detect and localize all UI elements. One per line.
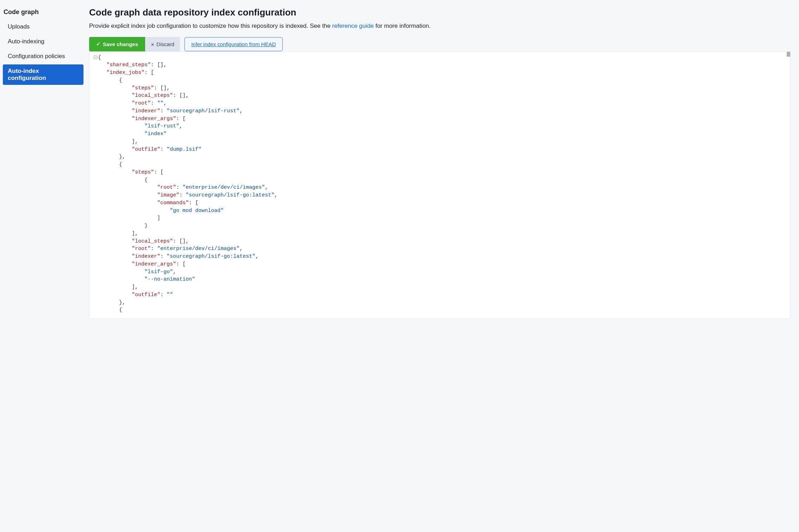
infer-button-label: Infer index configuration from HEAD	[191, 41, 276, 47]
close-icon	[151, 41, 154, 47]
save-button[interactable]: Save changes	[89, 37, 145, 51]
discard-button[interactable]: Discard	[145, 37, 180, 51]
discard-button-label: Discard	[156, 41, 174, 47]
page-description-text: Provide explicit index job configuration…	[89, 23, 332, 29]
sidebar: Code graph Uploads Auto-indexing Configu…	[0, 4, 86, 532]
sidebar-item-uploads[interactable]: Uploads	[3, 20, 83, 33]
sidebar-item-auto-indexing[interactable]: Auto-indexing	[3, 35, 83, 48]
scrollbar-thumb[interactable]	[787, 52, 791, 57]
page-description-suffix: for more information.	[374, 23, 431, 29]
toolbar: Save changes Discard Infer index configu…	[89, 37, 791, 51]
check-icon	[96, 41, 101, 47]
sidebar-item-configuration-policies[interactable]: Configuration policies	[3, 50, 83, 63]
infer-button[interactable]: Infer index configuration from HEAD	[184, 37, 283, 51]
sidebar-title: Code graph	[3, 8, 83, 20]
code-editor[interactable]: -{ "shared_steps": [], "index_jobs": [ {…	[89, 51, 791, 319]
sidebar-item-auto-index-configuration[interactable]: Auto-index configuration	[3, 64, 83, 85]
reference-guide-link[interactable]: reference guide	[332, 23, 374, 29]
main-content: Code graph data repository index configu…	[86, 4, 799, 532]
page-description: Provide explicit index job configuration…	[89, 21, 791, 31]
save-button-label: Save changes	[103, 41, 138, 47]
page-title: Code graph data repository index configu…	[89, 7, 791, 18]
